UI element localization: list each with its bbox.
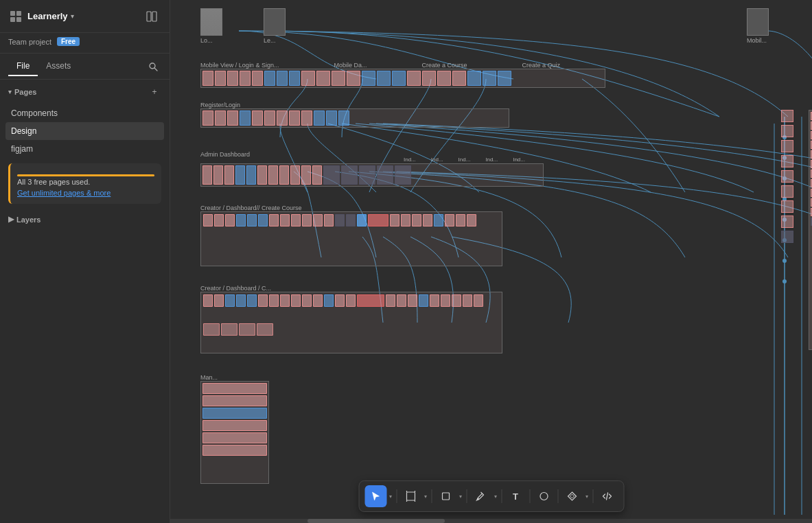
project-type-label: Team project <box>8 38 51 46</box>
svg-point-15 <box>782 279 787 283</box>
component-tool-button[interactable] <box>561 485 583 507</box>
page-item-figjam[interactable]: figjam <box>5 140 164 158</box>
pages-section: ▾ Pages + Components Design figjam <box>0 80 170 158</box>
tab-group: File Assets <box>8 57 79 76</box>
project-name: Learnerly <box>27 11 68 21</box>
pages-section-title: ▾ Pages <box>8 88 36 96</box>
usage-bar-fill <box>17 174 154 176</box>
project-dropdown[interactable]: Learnerly ▾ <box>27 11 74 21</box>
register-login-strip[interactable] <box>200 108 509 128</box>
add-page-button[interactable]: + <box>148 85 161 99</box>
frame-thumbnail-1[interactable]: Lo... <box>200 8 222 44</box>
pages-section-header[interactable]: ▾ Pages + <box>0 80 170 104</box>
search-button[interactable] <box>145 58 161 75</box>
far-right-column-frames <box>809 110 812 350</box>
chevron-down-icon: ▾ <box>71 12 74 20</box>
svg-rect-5 <box>152 12 156 21</box>
canvas-content: Lo... Le... Mobil... <box>170 0 812 523</box>
sidebar-header: Learnerly ▾ <box>0 0 170 33</box>
plan-badge: Free <box>57 37 80 46</box>
separator-4 <box>501 489 502 503</box>
admin-dashboard-strip[interactable] <box>200 163 544 187</box>
separator-5 <box>529 489 530 503</box>
frame-thumbnail-mobil[interactable]: Mobil... <box>747 8 769 44</box>
project-info: Team project Free <box>0 33 170 54</box>
tab-file[interactable]: File <box>8 57 38 76</box>
horizontal-scrollbar[interactable] <box>170 519 812 523</box>
svg-rect-16 <box>406 492 415 500</box>
man-label: Man... <box>200 374 218 381</box>
upgrade-message: All 3 free pages used. <box>17 178 154 186</box>
svg-point-22 <box>477 498 479 500</box>
svg-rect-3 <box>16 17 21 22</box>
layers-label: Layers <box>16 216 40 224</box>
creator-dashboard-strip[interactable] <box>200 211 502 266</box>
man-strip[interactable] <box>200 381 269 484</box>
creator-dashboard-label: Creator / Dashboard// Create Course <box>200 205 302 211</box>
page-item-components[interactable]: Components <box>5 104 164 122</box>
svg-rect-4 <box>147 12 151 21</box>
page-list: Components Design figjam <box>0 104 170 158</box>
upgrade-notice: All 3 free pages used. Get unlimited pag… <box>8 163 161 204</box>
svg-rect-2 <box>10 17 15 22</box>
logo-area: Learnerly ▾ <box>8 9 74 24</box>
pen-tool-dropdown[interactable]: ▾ <box>493 493 498 500</box>
frame-tool-dropdown[interactable]: ▾ <box>423 493 428 500</box>
file-assets-tabs: File Assets <box>0 54 170 80</box>
svg-line-7 <box>154 68 157 71</box>
shape-tool-dropdown[interactable]: ▾ <box>458 493 463 500</box>
text-tool-button[interactable]: T <box>504 485 526 507</box>
separator-3 <box>466 489 467 503</box>
bottom-toolbar: ▾ ▾ ▾ <box>358 480 624 512</box>
top-thumbnails: Lo... Le... <box>200 8 286 44</box>
register-login-label: Register/Login <box>200 102 240 108</box>
layers-arrow-icon: ▶ <box>8 215 14 224</box>
select-tool-button[interactable] <box>364 485 386 507</box>
tab-assets[interactable]: Assets <box>38 57 79 76</box>
right-column-frames <box>781 110 793 243</box>
layout-toggle-button[interactable] <box>142 7 161 26</box>
svg-line-24 <box>606 493 607 500</box>
svg-rect-0 <box>10 11 15 16</box>
component-tool-dropdown[interactable]: ▾ <box>584 493 590 500</box>
svg-rect-21 <box>442 493 449 500</box>
page-item-design[interactable]: Design <box>5 122 164 140</box>
canvas-area[interactable]: Lo... Le... Mobil... <box>170 0 812 523</box>
pen-tool-button[interactable] <box>469 485 491 507</box>
separator-7 <box>592 489 593 503</box>
shape-tool-button[interactable] <box>434 485 456 507</box>
layers-section[interactable]: ▶ Layers <box>0 209 170 229</box>
app-logo-icon <box>8 9 23 24</box>
layers-header: ▶ Layers <box>8 215 161 224</box>
frame-thumbnail-2[interactable]: Le... <box>264 8 286 44</box>
creator-dashboard-c-strip[interactable] <box>200 292 502 353</box>
select-tool-dropdown[interactable]: ▾ <box>388 493 393 500</box>
pages-arrow-icon: ▾ <box>8 89 12 95</box>
ind-labels: Ind... Ind... Ind... Ind... Ind... <box>404 156 525 163</box>
svg-point-14 <box>782 259 787 263</box>
frame-tool-button[interactable] <box>399 485 421 507</box>
ellipse-tool-button[interactable] <box>533 485 555 507</box>
code-tool-button[interactable] <box>596 485 618 507</box>
svg-rect-1 <box>16 11 21 16</box>
sidebar: Learnerly ▾ Team project Free File Asset… <box>0 0 170 523</box>
row1-strip[interactable] <box>200 69 605 88</box>
separator-6 <box>557 489 558 503</box>
upgrade-link[interactable]: Get unlimited pages & more <box>17 189 154 197</box>
usage-bar-container <box>17 174 154 176</box>
separator-2 <box>431 489 432 503</box>
row1-labels: Mobile View / Login & Sign... Mobile Da.… <box>200 62 560 69</box>
separator-1 <box>396 489 397 503</box>
svg-point-23 <box>540 493 548 500</box>
admin-dashboard-label: Admin Dashboard <box>200 151 250 158</box>
creator-dashboard-c-label: Creator / Dashboard / C... <box>200 285 271 292</box>
